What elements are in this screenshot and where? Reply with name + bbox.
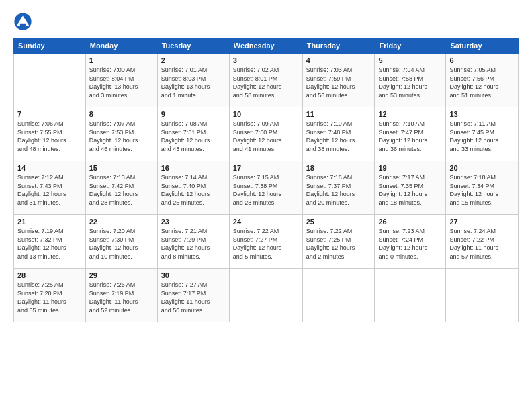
calendar-cell: 13Sunrise: 7:11 AMSunset: 7:45 PMDayligh… xyxy=(446,107,519,161)
calendar-cell: 1Sunrise: 7:00 AMSunset: 8:04 PMDaylight… xyxy=(85,54,157,107)
calendar-cell: 4Sunrise: 7:03 AMSunset: 7:59 PMDaylight… xyxy=(302,54,375,107)
calendar-week-2: 7Sunrise: 7:06 AMSunset: 7:55 PMDaylight… xyxy=(14,107,519,161)
day-info: Sunrise: 7:00 AMSunset: 8:04 PMDaylight:… xyxy=(89,66,154,99)
calendar-cell: 12Sunrise: 7:10 AMSunset: 7:47 PMDayligh… xyxy=(375,107,446,161)
calendar-table: Sunday Monday Tuesday Wednesday Thursday… xyxy=(13,38,519,322)
day-info: Sunrise: 7:21 AMSunset: 7:29 PMDaylight:… xyxy=(161,227,226,261)
calendar-cell: 26Sunrise: 7:23 AMSunset: 7:24 PMDayligh… xyxy=(375,215,446,269)
day-info: Sunrise: 7:13 AMSunset: 7:42 PMDaylight:… xyxy=(89,173,154,207)
calendar-cell: 25Sunrise: 7:22 AMSunset: 7:25 PMDayligh… xyxy=(302,215,375,269)
day-info: Sunrise: 7:23 AMSunset: 7:24 PMDaylight:… xyxy=(378,227,442,261)
logo xyxy=(13,12,35,31)
calendar-cell: 3Sunrise: 7:02 AMSunset: 8:01 PMDaylight… xyxy=(229,54,302,107)
day-number: 18 xyxy=(306,164,371,172)
calendar-body: 1Sunrise: 7:00 AMSunset: 8:04 PMDaylight… xyxy=(14,54,519,322)
day-info: Sunrise: 7:19 AMSunset: 7:32 PMDaylight:… xyxy=(17,227,82,261)
calendar-cell: 28Sunrise: 7:25 AMSunset: 7:20 PMDayligh… xyxy=(14,269,86,322)
day-number: 10 xyxy=(233,110,299,118)
day-number: 28 xyxy=(17,271,82,279)
calendar-cell: 27Sunrise: 7:24 AMSunset: 7:22 PMDayligh… xyxy=(446,215,519,269)
day-info: Sunrise: 7:16 AMSunset: 7:37 PMDaylight:… xyxy=(306,173,371,207)
day-info: Sunrise: 7:17 AMSunset: 7:35 PMDaylight:… xyxy=(378,173,442,207)
day-info: Sunrise: 7:25 AMSunset: 7:20 PMDaylight:… xyxy=(17,281,82,314)
header xyxy=(13,12,519,31)
day-number: 13 xyxy=(449,110,515,118)
day-info: Sunrise: 7:22 AMSunset: 7:25 PMDaylight:… xyxy=(306,227,371,261)
day-info: Sunrise: 7:12 AMSunset: 7:43 PMDaylight:… xyxy=(17,173,82,207)
day-info: Sunrise: 7:05 AMSunset: 7:56 PMDaylight:… xyxy=(449,66,515,99)
day-number: 30 xyxy=(161,271,226,279)
calendar-cell: 17Sunrise: 7:15 AMSunset: 7:38 PMDayligh… xyxy=(229,161,302,215)
logo-icon xyxy=(13,12,32,31)
calendar-cell: 15Sunrise: 7:13 AMSunset: 7:42 PMDayligh… xyxy=(85,161,157,215)
day-number: 12 xyxy=(378,110,442,118)
calendar-cell: 19Sunrise: 7:17 AMSunset: 7:35 PMDayligh… xyxy=(375,161,446,215)
day-number: 23 xyxy=(161,218,226,226)
calendar-cell: 29Sunrise: 7:26 AMSunset: 7:19 PMDayligh… xyxy=(85,269,157,322)
day-number: 24 xyxy=(233,218,299,226)
calendar-cell: 18Sunrise: 7:16 AMSunset: 7:37 PMDayligh… xyxy=(302,161,375,215)
calendar-cell: 2Sunrise: 7:01 AMSunset: 8:03 PMDaylight… xyxy=(157,54,229,107)
calendar-cell xyxy=(14,54,86,107)
svg-rect-2 xyxy=(20,24,26,26)
day-number: 1 xyxy=(89,56,154,64)
weekday-row: Sunday Monday Tuesday Wednesday Thursday… xyxy=(14,38,519,54)
day-number: 6 xyxy=(449,56,515,64)
day-info: Sunrise: 7:11 AMSunset: 7:45 PMDaylight:… xyxy=(449,120,515,153)
calendar-cell: 5Sunrise: 7:04 AMSunset: 7:58 PMDaylight… xyxy=(375,54,446,107)
day-number: 8 xyxy=(89,110,154,118)
day-info: Sunrise: 7:01 AMSunset: 8:03 PMDaylight:… xyxy=(161,66,226,99)
day-number: 3 xyxy=(233,56,299,64)
th-wednesday: Wednesday xyxy=(229,38,302,54)
calendar-cell: 30Sunrise: 7:27 AMSunset: 7:17 PMDayligh… xyxy=(157,269,229,322)
calendar-cell: 14Sunrise: 7:12 AMSunset: 7:43 PMDayligh… xyxy=(14,161,86,215)
calendar-cell: 20Sunrise: 7:18 AMSunset: 7:34 PMDayligh… xyxy=(446,161,519,215)
day-info: Sunrise: 7:26 AMSunset: 7:19 PMDaylight:… xyxy=(89,281,154,314)
day-number: 25 xyxy=(306,218,371,226)
day-info: Sunrise: 7:02 AMSunset: 8:01 PMDaylight:… xyxy=(233,66,299,99)
day-info: Sunrise: 7:09 AMSunset: 7:50 PMDaylight:… xyxy=(233,120,299,153)
th-tuesday: Tuesday xyxy=(157,38,229,54)
day-info: Sunrise: 7:03 AMSunset: 7:59 PMDaylight:… xyxy=(306,66,371,99)
day-number: 2 xyxy=(161,56,226,64)
calendar-cell: 24Sunrise: 7:22 AMSunset: 7:27 PMDayligh… xyxy=(229,215,302,269)
day-number: 7 xyxy=(17,110,82,118)
day-number: 15 xyxy=(89,164,154,172)
calendar-cell: 22Sunrise: 7:20 AMSunset: 7:30 PMDayligh… xyxy=(85,215,157,269)
day-number: 17 xyxy=(233,164,299,172)
day-number: 21 xyxy=(17,218,82,226)
day-info: Sunrise: 7:10 AMSunset: 7:47 PMDaylight:… xyxy=(378,120,442,153)
th-monday: Monday xyxy=(85,38,157,54)
calendar-cell: 23Sunrise: 7:21 AMSunset: 7:29 PMDayligh… xyxy=(157,215,229,269)
day-info: Sunrise: 7:27 AMSunset: 7:17 PMDaylight:… xyxy=(161,281,226,314)
calendar-cell: 21Sunrise: 7:19 AMSunset: 7:32 PMDayligh… xyxy=(14,215,86,269)
calendar-cell: 6Sunrise: 7:05 AMSunset: 7:56 PMDaylight… xyxy=(446,54,519,107)
calendar-cell xyxy=(302,269,375,322)
calendar-cell xyxy=(446,269,519,322)
calendar-cell: 10Sunrise: 7:09 AMSunset: 7:50 PMDayligh… xyxy=(229,107,302,161)
calendar-cell: 16Sunrise: 7:14 AMSunset: 7:40 PMDayligh… xyxy=(157,161,229,215)
day-number: 9 xyxy=(161,110,226,118)
day-number: 27 xyxy=(449,218,515,226)
calendar-week-4: 21Sunrise: 7:19 AMSunset: 7:32 PMDayligh… xyxy=(14,215,519,269)
day-info: Sunrise: 7:22 AMSunset: 7:27 PMDaylight:… xyxy=(233,227,299,261)
th-sunday: Sunday xyxy=(14,38,86,54)
calendar-week-3: 14Sunrise: 7:12 AMSunset: 7:43 PMDayligh… xyxy=(14,161,519,215)
day-info: Sunrise: 7:24 AMSunset: 7:22 PMDaylight:… xyxy=(449,227,515,261)
calendar-cell: 7Sunrise: 7:06 AMSunset: 7:55 PMDaylight… xyxy=(14,107,86,161)
calendar-cell xyxy=(229,269,302,322)
calendar-cell: 9Sunrise: 7:08 AMSunset: 7:51 PMDaylight… xyxy=(157,107,229,161)
calendar-cell: 8Sunrise: 7:07 AMSunset: 7:53 PMDaylight… xyxy=(85,107,157,161)
day-info: Sunrise: 7:18 AMSunset: 7:34 PMDaylight:… xyxy=(449,173,515,207)
th-thursday: Thursday xyxy=(302,38,375,54)
day-number: 11 xyxy=(306,110,371,118)
day-number: 22 xyxy=(89,218,154,226)
calendar-header: Sunday Monday Tuesday Wednesday Thursday… xyxy=(14,38,519,54)
calendar-cell xyxy=(375,269,446,322)
day-number: 4 xyxy=(306,56,371,64)
th-friday: Friday xyxy=(375,38,446,54)
day-info: Sunrise: 7:04 AMSunset: 7:58 PMDaylight:… xyxy=(378,66,442,99)
day-number: 14 xyxy=(17,164,82,172)
day-number: 5 xyxy=(378,56,442,64)
day-number: 29 xyxy=(89,271,154,279)
